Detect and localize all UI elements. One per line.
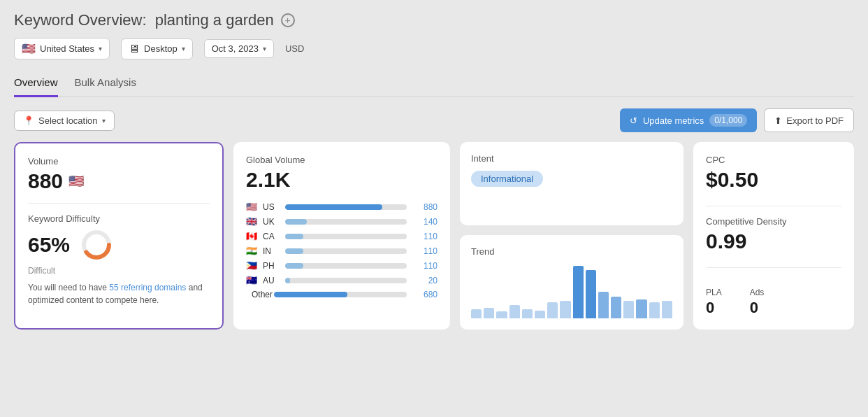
difficulty-tag: Difficult <box>28 266 210 276</box>
country-bar-track <box>285 219 407 225</box>
toolbar: 📍 Select location ▾ ↺ Update metrics 0/1… <box>14 108 854 132</box>
global-volume-label: Global Volume <box>246 155 437 165</box>
trend-chart <box>471 262 672 318</box>
cpc-divider <box>706 206 841 206</box>
date-chevron-icon: ▾ <box>263 45 266 52</box>
date-selector[interactable]: Oct 3, 2023 ▾ <box>204 39 274 58</box>
country-row: 🇬🇧 UK 140 <box>246 216 437 227</box>
location-chevron-icon: ▾ <box>99 45 102 52</box>
competitive-density-label: Competitive Density <box>706 216 841 227</box>
country-bar-track <box>285 263 407 269</box>
cpc-section: CPC $0.50 <box>706 155 841 192</box>
country-flag-icon: 🇨🇦 <box>246 231 257 241</box>
cd-divider <box>706 267 841 268</box>
country-count: 20 <box>412 276 437 285</box>
cpc-card: CPC $0.50 Competitive Density 0.99 PLA 0… <box>693 142 854 330</box>
volume-flag-icon: 🇺🇸 <box>68 174 84 189</box>
trend-bar <box>496 311 507 318</box>
trend-bar <box>509 305 520 318</box>
country-code: AU <box>263 276 280 285</box>
country-bar-track <box>285 204 407 210</box>
trend-bar <box>535 311 545 318</box>
ads-section: Ads 0 <box>750 288 765 317</box>
trend-bar <box>484 308 494 318</box>
trend-bar <box>573 266 584 318</box>
location-pin-icon: 📍 <box>23 115 34 126</box>
location-selector[interactable]: 🇺🇸 United States ▾ <box>14 38 110 59</box>
country-count: 110 <box>412 232 437 241</box>
country-row: 🇨🇦 CA 110 <box>246 231 437 241</box>
country-code: US <box>263 202 280 212</box>
pla-section: PLA 0 <box>706 288 722 317</box>
volume-difficulty-card: Volume 880 🇺🇸 Keyword Difficulty 65% Dif… <box>14 142 224 330</box>
update-metrics-button[interactable]: ↺ Update metrics 0/1,000 <box>620 108 757 132</box>
country-bar-fill <box>285 204 382 210</box>
competitive-density-value: 0.99 <box>706 229 841 253</box>
toolbar-actions: ↺ Update metrics 0/1,000 ⬆ Export to PDF <box>620 108 854 132</box>
country-code: Other <box>252 290 268 299</box>
country-count: 680 <box>412 290 437 299</box>
currency-label: USD <box>285 43 304 54</box>
country-row: 🇮🇳 IN 110 <box>246 246 437 256</box>
trend-bar <box>471 309 482 318</box>
country-bar-fill <box>285 278 290 283</box>
cards-row: Volume 880 🇺🇸 Keyword Difficulty 65% Dif… <box>14 142 854 330</box>
trend-bar <box>623 301 634 318</box>
difficulty-description: You will need to have 55 referring domai… <box>28 281 210 306</box>
country-bar-fill <box>285 219 307 225</box>
trend-bar <box>598 292 609 318</box>
pla-ads-row: PLA 0 Ads 0 <box>706 288 841 317</box>
competitive-density-section: Competitive Density 0.99 <box>706 216 841 253</box>
export-pdf-label: Export to PDF <box>786 115 844 126</box>
country-bar-track <box>285 278 407 283</box>
intent-badge: Informational <box>471 171 543 187</box>
refresh-icon: ↺ <box>630 115 637 126</box>
date-label: Oct 3, 2023 <box>212 43 259 54</box>
tabs: Overview Bulk Analysis <box>14 71 854 97</box>
country-bar-track <box>285 248 407 254</box>
select-location-button[interactable]: 📍 Select location ▾ <box>14 111 115 131</box>
export-pdf-button[interactable]: ⬆ Export to PDF <box>764 108 854 132</box>
intent-trend-col: Intent Informational Trend <box>460 142 683 330</box>
tab-overview[interactable]: Overview <box>14 71 58 97</box>
device-selector[interactable]: 🖥 Desktop ▾ <box>121 38 193 59</box>
country-bar-track <box>274 292 407 297</box>
tab-bulk-analysis[interactable]: Bulk Analysis <box>75 71 136 97</box>
pla-value: 0 <box>706 299 722 317</box>
pla-label: PLA <box>706 288 722 297</box>
page-header: Keyword Overview: planting a garden + <box>14 11 854 29</box>
country-row: 🇦🇺 AU 20 <box>246 275 437 285</box>
country-flag-icon: 🇦🇺 <box>246 275 257 285</box>
country-code: CA <box>263 232 280 241</box>
trend-bar <box>560 301 570 318</box>
page-title: Keyword Overview: planting a garden <box>14 11 274 29</box>
add-keyword-icon[interactable]: + <box>281 13 295 27</box>
country-bar-track <box>285 234 407 239</box>
country-count: 880 <box>412 202 437 212</box>
difficulty-value: 65% <box>28 233 70 257</box>
intent-label: Intent <box>471 153 672 164</box>
global-volume-value: 2.1K <box>246 168 437 192</box>
country-flag-icon: 🇺🇸 <box>246 202 257 212</box>
referring-domains-link[interactable]: 55 referring domains <box>109 283 186 292</box>
trend-bar <box>547 302 558 318</box>
country-flag-icon: 🇵🇭 <box>246 260 257 271</box>
volume-value: 880 <box>28 169 63 193</box>
us-flag-icon: 🇺🇸 <box>22 42 36 55</box>
select-location-chevron-icon: ▾ <box>102 117 106 125</box>
volume-label: Volume <box>28 156 210 167</box>
trend-label: Trend <box>471 246 672 257</box>
update-metrics-label: Update metrics <box>643 115 704 126</box>
country-count: 140 <box>412 217 437 227</box>
country-flag-icon: 🇬🇧 <box>246 216 257 227</box>
country-code: IN <box>263 246 280 256</box>
country-bar-fill <box>274 292 347 297</box>
global-volume-card: Global Volume 2.1K 🇺🇸 US 880 🇬🇧 UK 140 🇨… <box>233 142 450 330</box>
country-list: 🇺🇸 US 880 🇬🇧 UK 140 🇨🇦 CA 110 🇮🇳 IN <box>246 202 437 299</box>
difficulty-value-row: 65% <box>28 228 210 262</box>
country-count: 110 <box>412 261 437 271</box>
device-label: Desktop <box>144 43 178 54</box>
metrics-counter: 0/1,000 <box>709 114 747 127</box>
country-count: 110 <box>412 246 437 256</box>
trend-bar <box>586 270 596 318</box>
